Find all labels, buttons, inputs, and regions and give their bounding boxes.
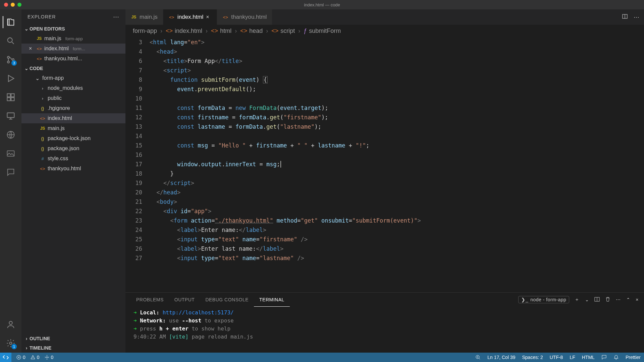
json-file-icon: {}: [40, 146, 46, 151]
file-item[interactable]: JS main.js: [21, 123, 125, 133]
status-warnings[interactable]: 0: [30, 355, 40, 360]
settings-gear-icon[interactable]: 1: [3, 335, 19, 351]
window-title: index.html — code: [304, 2, 340, 7]
status-line-col[interactable]: Ln 17, Col 39: [487, 355, 515, 360]
panel-tab-problems[interactable]: PROBLEMS: [131, 293, 169, 307]
editor-tabs: JS main.js <> index.html × <> thankyou.h…: [125, 9, 644, 25]
status-language[interactable]: HTML: [582, 355, 595, 360]
open-editor-item[interactable]: JS main.js form-app: [21, 34, 125, 44]
status-spaces[interactable]: Spaces: 2: [522, 355, 543, 360]
source-control-icon[interactable]: 3: [3, 52, 19, 68]
open-editor-item[interactable]: × <> index.html form...: [21, 44, 125, 54]
js-file-icon: JS: [36, 36, 42, 41]
code-content[interactable]: <html lang="en"> <head> <title>Form App<…: [150, 37, 644, 292]
chevron-down-icon: ⌄: [23, 66, 30, 71]
folder-item[interactable]: › public: [21, 93, 125, 103]
file-item[interactable]: {} .hgignore: [21, 103, 125, 113]
svg-rect-7: [11, 98, 14, 101]
folder-item[interactable]: › node_modules: [21, 83, 125, 93]
status-encoding[interactable]: UTF-8: [550, 355, 563, 360]
close-window-button[interactable]: [4, 3, 8, 7]
file-item[interactable]: <> thankyou.html: [21, 164, 125, 174]
svg-rect-6: [7, 98, 10, 101]
status-zoom-icon[interactable]: [475, 355, 481, 360]
html-file-icon: <>: [166, 27, 173, 35]
tab-indexhtml[interactable]: <> index.html ×: [163, 9, 217, 25]
status-prettier[interactable]: Prettier: [626, 355, 641, 360]
close-tab-icon[interactable]: ×: [206, 14, 211, 20]
tab-mainjs[interactable]: JS main.js: [125, 9, 163, 25]
terminal-dropdown-icon[interactable]: ⌄: [585, 297, 589, 302]
window-controls: [0, 3, 21, 7]
folder-item[interactable]: ⌄ form-app: [21, 73, 125, 83]
js-file-icon: JS: [40, 126, 46, 131]
activity-bar: 3 1: [0, 9, 21, 353]
maximize-window-button[interactable]: [17, 3, 21, 7]
sidebar: EXPLORER ⋯ ⌄ OPEN EDITORS JS main.js for…: [21, 9, 125, 353]
kill-terminal-icon[interactable]: [605, 297, 610, 303]
run-debug-icon[interactable]: [3, 70, 19, 86]
close-panel-icon[interactable]: ×: [636, 297, 639, 302]
panel-tab-output[interactable]: OUTPUT: [169, 293, 200, 307]
html-file-icon: <>: [222, 15, 228, 20]
split-terminal-icon[interactable]: [594, 297, 600, 303]
svg-rect-5: [11, 94, 14, 97]
html-file-icon: <>: [40, 116, 46, 121]
css-file-icon: #: [40, 156, 46, 161]
html-file-icon: <>: [40, 166, 46, 171]
svg-rect-8: [7, 113, 14, 118]
file-item[interactable]: <> index.html: [21, 113, 125, 123]
tag-icon: <>: [211, 27, 218, 35]
code-editor[interactable]: 3467891011121314151617181920212223242526…: [125, 37, 644, 292]
html-file-icon: <>: [36, 56, 42, 61]
panel-tab-debug[interactable]: DEBUG CONSOLE: [200, 293, 254, 307]
svg-rect-4: [7, 94, 10, 97]
open-editor-item[interactable]: <> thankyou.html...: [21, 54, 125, 64]
outline-section[interactable]: › OUTLINE: [21, 334, 125, 343]
chevron-down-icon: ⌄: [34, 75, 40, 81]
file-item[interactable]: {} package.json: [21, 143, 125, 154]
tab-thankyouhtml[interactable]: <> thankyou.html: [217, 9, 272, 25]
account-icon[interactable]: [3, 316, 19, 333]
maximize-panel-icon[interactable]: ⌃: [626, 297, 631, 302]
search-icon[interactable]: [3, 33, 19, 49]
breadcrumbs[interactable]: form-app› <>index.html› <>html› <>head› …: [125, 25, 644, 37]
sidebar-more-icon[interactable]: ⋯: [113, 13, 119, 20]
new-terminal-icon[interactable]: ＋: [575, 297, 580, 303]
chevron-right-icon: ›: [40, 96, 46, 101]
status-ports[interactable]: 0: [44, 355, 54, 360]
js-file-icon: JS: [131, 15, 137, 19]
remote-indicator[interactable]: [0, 353, 11, 362]
json-file-icon: {}: [40, 136, 46, 141]
timeline-section[interactable]: › TIMELINE: [21, 343, 125, 353]
minimize-window-button[interactable]: [11, 3, 15, 7]
browser-icon[interactable]: [3, 127, 19, 143]
terminal-output[interactable]: ➜ Local: http://localhost:5173/ ➜ Networ…: [125, 307, 644, 353]
status-bar: 0 0 0 Ln 17, Col 39 Spaces: 2 UTF-8 LF H…: [0, 353, 644, 362]
panel-tab-terminal[interactable]: TERMINAL: [254, 293, 290, 307]
svg-point-12: [10, 342, 12, 345]
file-item[interactable]: {} package-lock.json: [21, 133, 125, 143]
status-feedback-icon[interactable]: [601, 355, 607, 360]
terminal-process-label[interactable]: ❯_ node - form-app: [518, 296, 569, 303]
explorer-icon[interactable]: [3, 14, 19, 30]
more-actions-icon[interactable]: ⋯: [634, 14, 639, 21]
svg-rect-10: [7, 151, 14, 156]
split-editor-icon[interactable]: [622, 14, 628, 21]
open-editors-section[interactable]: ⌄ OPEN EDITORS: [21, 24, 125, 34]
file-item[interactable]: # style.css: [21, 154, 125, 164]
extensions-icon[interactable]: [3, 89, 19, 105]
chevron-right-icon: ›: [23, 345, 30, 351]
workspace-section[interactable]: ⌄ CODE: [21, 64, 125, 73]
remote-explorer-icon[interactable]: [3, 108, 19, 124]
more-panel-icon[interactable]: ⋯: [616, 297, 621, 302]
status-notifications-icon[interactable]: [613, 355, 619, 360]
close-icon[interactable]: ×: [29, 46, 34, 52]
tag-icon: <>: [271, 27, 278, 35]
svg-point-0: [8, 38, 12, 43]
chat-icon[interactable]: [3, 164, 19, 180]
status-errors[interactable]: 0: [16, 355, 25, 360]
html-file-icon: <>: [169, 15, 175, 20]
status-eol[interactable]: LF: [570, 355, 575, 360]
image-icon[interactable]: [3, 145, 19, 162]
